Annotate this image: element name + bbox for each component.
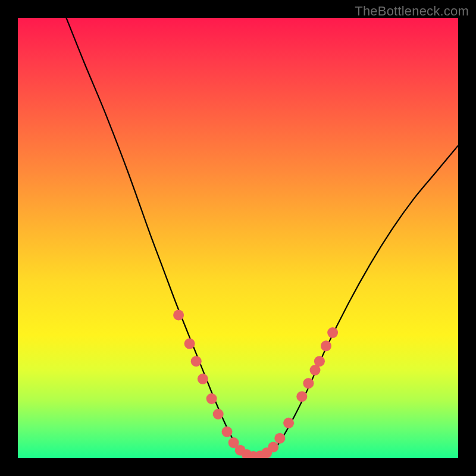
chart-plot-area — [18, 18, 458, 458]
watermark-text: TheBottleneck.com — [355, 4, 469, 19]
